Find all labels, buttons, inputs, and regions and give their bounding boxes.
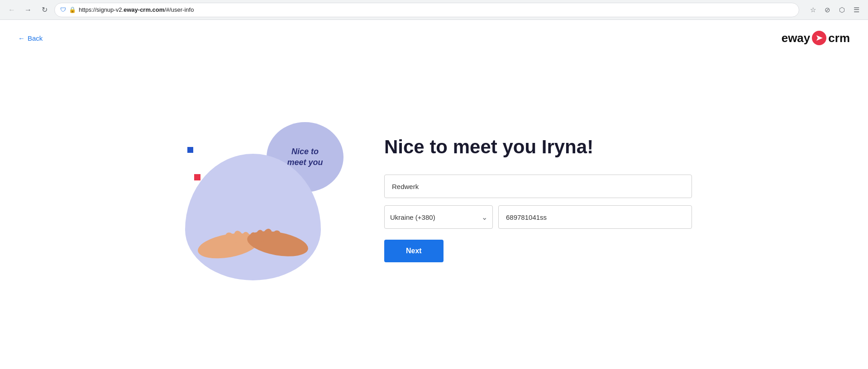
url-text: https://signup-v2.eway-crm.com/#/user-in… — [79, 6, 793, 13]
country-select[interactable]: Ukraine (+380) United States (+1) United… — [384, 205, 493, 229]
address-bar[interactable]: 🛡 🔒 https://signup-v2.eway-crm.com/#/use… — [54, 3, 799, 17]
back-arrow-icon: ← — [18, 34, 25, 42]
country-select-wrapper: Ukraine (+380) United States (+1) United… — [384, 205, 493, 229]
phone-number-input[interactable] — [498, 205, 692, 229]
form-section: Nice to meet you Iryna! Ukraine (+380) U… — [384, 136, 692, 262]
pocket-button[interactable]: ⊘ — [821, 4, 834, 16]
bookmark-button[interactable]: ☆ — [806, 4, 819, 16]
lock-icon: 🔒 — [69, 6, 76, 13]
browser-chrome: ← → ↻ 🛡 🔒 https://signup-v2.eway-crm.com… — [0, 0, 868, 20]
back-label: Back — [28, 34, 43, 42]
logo: eway crm — [782, 31, 850, 45]
reload-button[interactable]: ↻ — [38, 4, 51, 16]
illustration: Nice to meet you — [176, 109, 348, 289]
phone-row: Ukraine (+380) United States (+1) United… — [384, 205, 692, 229]
back-link[interactable]: ← Back — [18, 34, 43, 42]
logo-icon — [812, 31, 826, 45]
back-nav-button[interactable]: ← — [5, 4, 18, 16]
confetti-square — [194, 174, 200, 180]
top-bar: ← Back eway crm — [0, 20, 868, 56]
company-input[interactable] — [384, 175, 692, 198]
logo-eway-text: eway — [782, 31, 811, 45]
shield-icon: 🛡 — [60, 6, 66, 13]
company-field-group — [384, 175, 692, 198]
logo-crm-text: crm — [828, 31, 850, 45]
page: ← Back eway crm Nice to meet you — [0, 20, 868, 369]
extensions-button[interactable]: ⬡ — [835, 4, 848, 16]
confetti-square — [187, 147, 193, 153]
next-button[interactable]: Next — [384, 240, 444, 262]
greeting-title: Nice to meet you Iryna! — [384, 136, 692, 158]
forward-nav-button[interactable]: → — [22, 4, 34, 16]
browser-actions: ☆ ⊘ ⬡ ☰ — [806, 4, 863, 16]
handshake-illustration — [194, 217, 312, 262]
main-content: Nice to meet you — [0, 56, 868, 360]
menu-button[interactable]: ☰ — [850, 4, 863, 16]
